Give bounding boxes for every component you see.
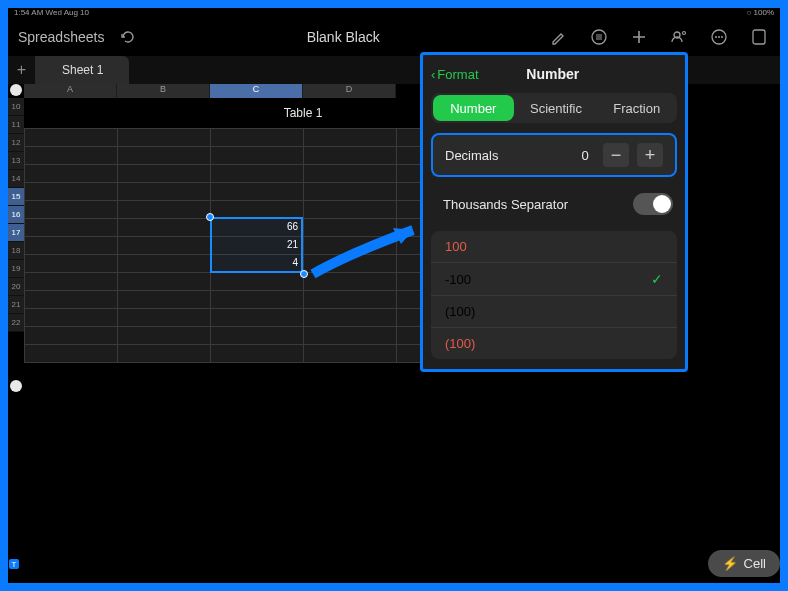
sheet-tab-label: Sheet 1 — [62, 63, 103, 77]
format-option-label: (100) — [445, 336, 475, 351]
seg-scientific[interactable]: Scientific — [516, 93, 597, 123]
sheet-tab-active[interactable]: Sheet 1 — [36, 56, 129, 84]
column-headers: A B C D — [24, 84, 396, 98]
decimals-row: Decimals 0 − + — [433, 135, 675, 175]
row-header[interactable]: 18 — [8, 242, 24, 260]
selection-handle-br[interactable] — [300, 270, 308, 278]
decimals-decrement-button[interactable]: − — [603, 143, 629, 167]
svg-rect-7 — [753, 30, 765, 44]
table-bottom-handle[interactable] — [10, 380, 22, 392]
row-header[interactable]: 12 — [8, 134, 24, 152]
format-option-label: 100 — [445, 239, 467, 254]
decimals-value: 0 — [575, 148, 595, 163]
lightning-icon: ⚡ — [722, 556, 738, 571]
format-option-label: (100) — [445, 304, 475, 319]
document-title[interactable]: Blank Black — [307, 29, 380, 45]
svg-point-6 — [721, 36, 723, 38]
top-toolbar: Spreadsheets Blank Black — [8, 18, 780, 56]
column-header[interactable]: D — [303, 84, 396, 98]
format-option[interactable]: (100) — [431, 327, 677, 359]
cell-format-pill[interactable]: ⚡ Cell — [708, 550, 780, 577]
more-icon[interactable] — [708, 26, 730, 48]
row-header[interactable]: 19 — [8, 260, 24, 278]
list-icon[interactable] — [588, 26, 610, 48]
row-header[interactable]: 22 — [8, 314, 24, 332]
undo-icon[interactable] — [116, 26, 138, 48]
decimals-label: Decimals — [445, 148, 498, 163]
row-header[interactable]: 17 — [8, 224, 24, 242]
seg-fraction[interactable]: Fraction — [596, 93, 677, 123]
number-type-segmented: Number Scientific Fraction — [431, 93, 677, 123]
selection-handle-tl[interactable] — [206, 213, 214, 221]
thousands-toggle[interactable] — [633, 193, 673, 215]
format-option[interactable]: -100 ✓ — [431, 262, 677, 295]
row-headers: 10 11 12 13 14 15 16 17 18 19 20 21 22 — [8, 98, 24, 332]
svg-text:T: T — [12, 560, 17, 569]
thousands-label: Thousands Separator — [435, 197, 568, 212]
thousands-row: Thousands Separator — [431, 185, 677, 223]
status-bar: 1:54 AM Wed Aug 10 ○ 100% — [8, 8, 780, 18]
svg-point-5 — [718, 36, 720, 38]
row-header[interactable]: 11 — [8, 116, 24, 134]
row-header[interactable]: 14 — [8, 170, 24, 188]
column-header[interactable]: C — [210, 84, 303, 98]
cell-selection[interactable] — [210, 217, 303, 273]
bottom-hint: T — [8, 558, 26, 570]
format-number-panel: ‹ Format Number Number Scientific Fracti… — [420, 52, 688, 372]
row-header[interactable]: 16 — [8, 206, 24, 224]
format-option[interactable]: 100 — [431, 231, 677, 262]
status-time: 1:54 AM Wed Aug 10 — [14, 8, 89, 18]
document-icon[interactable] — [748, 26, 770, 48]
app-name[interactable]: Spreadsheets — [18, 29, 104, 45]
panel-title: Number — [429, 66, 677, 82]
column-header[interactable]: B — [117, 84, 210, 98]
svg-point-4 — [715, 36, 717, 38]
decimals-stepper: 0 − + — [575, 143, 663, 167]
check-icon: ✓ — [651, 271, 663, 287]
negative-format-list: 100 -100 ✓ (100) (100) — [431, 231, 677, 359]
status-battery: ○ 100% — [746, 8, 774, 18]
table-corner-handle[interactable] — [10, 84, 22, 96]
decimals-increment-button[interactable]: + — [637, 143, 663, 167]
add-sheet-button[interactable]: + — [8, 56, 36, 84]
format-option[interactable]: (100) — [431, 295, 677, 327]
svg-point-2 — [683, 32, 686, 35]
seg-number[interactable]: Number — [433, 95, 514, 121]
row-header[interactable]: 15 — [8, 188, 24, 206]
row-header[interactable]: 10 — [8, 98, 24, 116]
plus-icon[interactable] — [628, 26, 650, 48]
column-header[interactable]: A — [24, 84, 117, 98]
format-option-label: -100 — [445, 272, 471, 287]
annotation-arrow — [308, 224, 428, 284]
cell-pill-label: Cell — [744, 556, 766, 571]
row-header[interactable]: 13 — [8, 152, 24, 170]
row-header[interactable]: 21 — [8, 296, 24, 314]
collaborate-icon[interactable] — [668, 26, 690, 48]
paintbrush-icon[interactable] — [548, 26, 570, 48]
row-header[interactable]: 20 — [8, 278, 24, 296]
